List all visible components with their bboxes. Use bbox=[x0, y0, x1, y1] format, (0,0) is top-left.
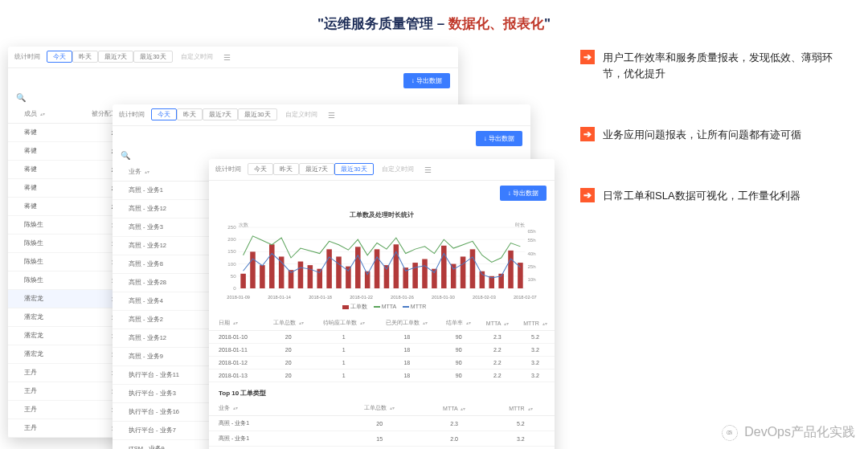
table-row[interactable]: 执行平台 - 业务3122.23.2 bbox=[209, 447, 555, 450]
cell: 3.2 bbox=[516, 357, 555, 369]
svg-text:2018-02-03: 2018-02-03 bbox=[473, 295, 496, 300]
sort-icon[interactable]: ▴▾ bbox=[231, 406, 238, 410]
column-header[interactable]: MTTA ▴▾ bbox=[422, 401, 487, 416]
cell: 15 bbox=[338, 431, 422, 447]
sort-icon[interactable]: ▴▾ bbox=[502, 321, 509, 326]
title-highlight: 数据化、报表化 bbox=[448, 16, 544, 31]
cell: 90 bbox=[439, 357, 479, 369]
cell: 2.2 bbox=[479, 369, 516, 382]
legend-swatch-bar bbox=[342, 305, 349, 309]
sort-icon[interactable]: ▴▾ bbox=[465, 320, 471, 325]
time-tab[interactable]: 最近7天 bbox=[203, 108, 238, 120]
svg-text:次数: 次数 bbox=[239, 222, 248, 227]
cell: 高照 - 业务8 bbox=[113, 255, 207, 274]
cell: 18 bbox=[375, 357, 439, 369]
cell: 1 bbox=[312, 331, 375, 344]
calendar-icon[interactable]: ☰ bbox=[326, 111, 338, 120]
cell: 1 bbox=[312, 344, 375, 357]
time-tab[interactable]: 最近30天 bbox=[133, 51, 172, 63]
time-tab[interactable]: 最近30天 bbox=[334, 163, 373, 175]
sort-icon[interactable]: ▴▾ bbox=[541, 321, 547, 326]
sort-icon[interactable]: ▴▾ bbox=[459, 406, 465, 411]
custom-range-input[interactable]: 自定义时间 bbox=[377, 164, 419, 175]
legend-mttr-label: MTTR bbox=[411, 304, 426, 309]
chart-legend: 工单数 MTTA MTTR bbox=[217, 303, 547, 311]
column-header[interactable]: MTTA ▴▾ bbox=[479, 316, 516, 331]
page-title: "运维服务质量管理 – 数据化、报表化" bbox=[0, 0, 868, 41]
cell: 高照 - 业务12 bbox=[113, 200, 207, 218]
cell: 2018-01-11 bbox=[209, 344, 264, 357]
column-header[interactable]: 结单率 ▴▾ bbox=[439, 316, 479, 331]
svg-rect-48 bbox=[518, 263, 523, 288]
cell: 20 bbox=[264, 369, 313, 382]
time-tab[interactable]: 最近30天 bbox=[238, 108, 276, 120]
bullet-text: 用户工作效率和服务质量报表，发现低效、薄弱环节，优化提升 bbox=[603, 50, 845, 82]
sort-icon[interactable]: ▴▾ bbox=[297, 320, 304, 325]
time-tab[interactable]: 昨天 bbox=[177, 108, 203, 120]
time-tab[interactable]: 昨天 bbox=[273, 163, 299, 175]
cell: 20 bbox=[338, 416, 422, 431]
custom-range-input[interactable]: 自定义时间 bbox=[176, 51, 218, 63]
cell: 高照 - 业务1 bbox=[113, 182, 207, 200]
svg-text:250: 250 bbox=[227, 225, 236, 230]
calendar-icon[interactable]: ☰ bbox=[221, 53, 233, 62]
export-button[interactable]: ↓ 导出数据 bbox=[476, 131, 522, 146]
cell: 1 bbox=[312, 369, 375, 382]
svg-rect-28 bbox=[326, 249, 332, 288]
time-tab[interactable]: 今天 bbox=[248, 163, 273, 175]
sort-icon[interactable]: ▴▾ bbox=[526, 406, 533, 411]
bullet-text: 日常工单和SLA数据可视化，工作量化利器 bbox=[603, 188, 800, 204]
export-button[interactable]: ↓ 导出数据 bbox=[500, 186, 547, 201]
table-row[interactable]: 2018-01-1120118902.23.2 bbox=[209, 344, 555, 357]
search-icon[interactable]: 🔍 bbox=[16, 93, 26, 102]
svg-text:150: 150 bbox=[227, 249, 236, 254]
column-header[interactable]: MTTR ▴▾ bbox=[487, 401, 555, 416]
sort-icon[interactable]: ▴▾ bbox=[358, 320, 365, 325]
sort-icon[interactable]: ▴▾ bbox=[388, 406, 395, 410]
cell: 潘宏龙 bbox=[8, 345, 72, 364]
table-row[interactable]: 高照 - 业务1202.35.2 bbox=[209, 416, 555, 431]
column-header[interactable]: 日期 ▴▾ bbox=[209, 316, 264, 331]
column-header[interactable]: MTTR ▴▾ bbox=[516, 316, 555, 331]
column-header[interactable]: 已关闭工单数 ▴▾ bbox=[375, 316, 439, 331]
time-tab[interactable]: 今天 bbox=[151, 108, 177, 120]
cell: 蒋健 bbox=[8, 198, 72, 216]
column-header[interactable]: 工单总数 ▴▾ bbox=[338, 401, 422, 416]
cell: 王丹 bbox=[8, 401, 72, 419]
table-row[interactable]: 2018-01-1220118902.23.2 bbox=[209, 357, 555, 369]
time-tab[interactable]: 最近7天 bbox=[299, 163, 334, 175]
sort-icon[interactable]: ▴▾ bbox=[39, 112, 45, 116]
column-header[interactable]: 业务 ▴▾ bbox=[113, 163, 207, 182]
search-icon[interactable]: 🔍 bbox=[121, 151, 130, 160]
trend-chart: 05010015020025010h25h40h55h65h次数时长2018-0… bbox=[217, 221, 547, 301]
sort-icon[interactable]: ▴▾ bbox=[421, 320, 428, 325]
watermark: ෧ DevOps产品化实践 bbox=[722, 424, 855, 441]
column-header[interactable]: 业务 ▴▾ bbox=[209, 401, 338, 416]
column-header[interactable]: 成员 ▴▾ bbox=[8, 105, 72, 124]
time-tab[interactable]: 最近7天 bbox=[98, 51, 133, 63]
cell: 陈焕生 bbox=[8, 253, 72, 271]
table-row[interactable]: 2018-01-1020118902.35.2 bbox=[209, 331, 555, 344]
export-button[interactable]: ↓ 导出数据 bbox=[403, 73, 450, 88]
cell: 执行平台 - 业务3 bbox=[209, 447, 338, 450]
sort-icon[interactable]: ▴▾ bbox=[231, 320, 238, 325]
time-tab[interactable]: 今天 bbox=[47, 51, 72, 63]
cell: 90 bbox=[439, 331, 479, 344]
table-row[interactable]: 高照 - 业务1152.03.2 bbox=[209, 431, 555, 447]
custom-range-input[interactable]: 自定义时间 bbox=[280, 109, 322, 120]
svg-rect-19 bbox=[240, 274, 246, 288]
column-header[interactable]: 待响应工单数 ▴▾ bbox=[312, 316, 375, 331]
table-row[interactable]: 2018-01-1320118902.23.2 bbox=[209, 369, 555, 382]
svg-rect-21 bbox=[260, 265, 265, 288]
cell: 2.2 bbox=[479, 344, 516, 357]
sort-icon[interactable]: ▴▾ bbox=[143, 169, 149, 174]
svg-text:2018-01-30: 2018-01-30 bbox=[432, 295, 455, 300]
time-tab[interactable]: 昨天 bbox=[72, 51, 98, 63]
svg-rect-42 bbox=[461, 256, 466, 288]
column-header[interactable]: 工单总数 ▴▾ bbox=[264, 316, 313, 331]
cell: 5.2 bbox=[487, 416, 555, 431]
calendar-icon[interactable]: ☰ bbox=[422, 165, 434, 174]
time-label: 统计时间 bbox=[215, 165, 241, 173]
cell: 潘宏龙 bbox=[8, 327, 72, 345]
cell: ITSM - 业务9 bbox=[113, 440, 207, 450]
